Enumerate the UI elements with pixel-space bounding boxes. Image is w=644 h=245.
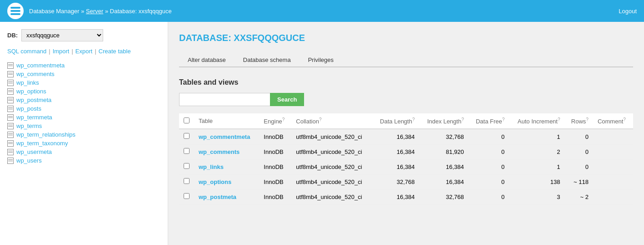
section-title: Tables and views (179, 78, 633, 87)
row-checkbox[interactable] (184, 178, 190, 184)
search-input[interactable] (179, 93, 270, 106)
sidebar-table-label: wp_terms (16, 122, 42, 129)
sep-2: | (71, 48, 73, 55)
table-icon (7, 114, 14, 121)
export-link[interactable]: Export (75, 48, 93, 55)
table-name-link[interactable]: wp_commentmeta (199, 133, 250, 140)
table-row: wp_options InnoDB utf8mb4_unicode_520_ci… (179, 174, 633, 189)
row-data-length: 16,384 (372, 144, 419, 159)
table-body: wp_commentmeta InnoDB utf8mb4_unicode_52… (179, 129, 633, 204)
sidebar-table-item[interactable]: wp_terms (7, 122, 160, 130)
row-checkbox-cell (179, 129, 194, 144)
row-comment (593, 174, 633, 189)
row-engine: InnoDB (259, 159, 291, 174)
db-select[interactable]: xxsfqqqguce (21, 29, 103, 41)
collation-sup: ? (319, 117, 322, 122)
table-icon (7, 158, 14, 164)
sidebar-table-label: wp_commentmeta (16, 62, 65, 69)
table-icon (7, 149, 14, 155)
create-table-link[interactable]: Create table (99, 48, 131, 55)
row-collation: utf8mb4_unicode_520_ci (291, 129, 372, 144)
sidebar-table-label: wp_usermeta (16, 148, 52, 155)
col-index-length: Index Length? (419, 113, 469, 129)
row-data-length: 16,384 (372, 189, 419, 204)
table-row: wp_links InnoDB utf8mb4_unicode_520_ci 1… (179, 159, 633, 174)
row-collation: utf8mb4_unicode_520_ci (291, 189, 372, 204)
header: Database Manager » Server » Database: xx… (0, 0, 644, 22)
row-collation: utf8mb4_unicode_520_ci (291, 144, 372, 159)
row-index-length: 32,768 (419, 129, 469, 144)
sidebar-table-item[interactable]: wp_comments (7, 70, 160, 78)
sep-1: | (49, 48, 50, 55)
sidebar-table-item[interactable]: wp_usermeta (7, 148, 160, 156)
tab-database-schema[interactable]: Database schema (235, 52, 300, 67)
row-collation: utf8mb4_unicode_520_ci (291, 174, 372, 189)
sidebar-table-item[interactable]: wp_termmeta (7, 113, 160, 122)
row-checkbox[interactable] (184, 193, 190, 199)
table-name-link[interactable]: wp_comments (199, 148, 240, 155)
tab-privileges[interactable]: Privileges (300, 52, 342, 67)
row-table-name[interactable]: wp_commentmeta (194, 129, 259, 144)
table-icon (7, 140, 14, 147)
row-comment (593, 159, 633, 174)
layout: DB: xxsfqqqguce SQL command | Import | E… (0, 22, 644, 245)
row-rows: ~ 2 (565, 189, 593, 204)
sidebar-table-label: wp_posts (16, 105, 41, 112)
col-comment: Comment? (593, 113, 633, 129)
select-all-checkbox[interactable] (184, 117, 190, 123)
col-rows: Rows? (565, 113, 593, 129)
row-auto-increment: 3 (509, 189, 564, 204)
table-row: wp_comments InnoDB utf8mb4_unicode_520_c… (179, 144, 633, 159)
sidebar-table-item[interactable]: wp_users (7, 156, 160, 165)
breadcrumb: Database Manager » Server » Database: xx… (29, 8, 172, 15)
sidebar-actions: SQL command | Import | Export | Create t… (7, 48, 160, 55)
row-index-length: 16,384 (419, 159, 469, 174)
table-name-link[interactable]: wp_postmeta (199, 194, 236, 200)
tab-alter-database[interactable]: Alter database (179, 52, 235, 67)
row-table-name[interactable]: wp_options (194, 174, 259, 189)
row-auto-increment: 2 (509, 144, 564, 159)
row-table-name[interactable]: wp_comments (194, 144, 259, 159)
row-checkbox[interactable] (184, 133, 190, 139)
sidebar-table-label: wp_termmeta (16, 114, 52, 121)
row-checkbox[interactable] (184, 163, 190, 169)
breadcrumb-suffix: » Database: xxsfqqqguce (105, 8, 172, 15)
row-rows: 0 (565, 144, 593, 159)
row-data-length: 32,768 (372, 174, 419, 189)
sidebar-table-item[interactable]: wp_posts (7, 104, 160, 113)
row-table-name[interactable]: wp_postmeta (194, 189, 259, 204)
row-checkbox-cell (179, 174, 194, 189)
sidebar-table-item[interactable]: wp_options (7, 87, 160, 96)
logout-button[interactable]: Logout (619, 8, 637, 15)
sidebar-table-label: wp_term_relationships (16, 131, 75, 138)
row-data-length: 16,384 (372, 129, 419, 144)
col-engine: Engine? (259, 113, 291, 129)
table-icon (7, 88, 14, 95)
row-table-name[interactable]: wp_links (194, 159, 259, 174)
row-collation: utf8mb4_unicode_520_ci (291, 159, 372, 174)
import-link[interactable]: Import (53, 48, 70, 55)
sidebar-table-item[interactable]: wp_commentmeta (7, 61, 160, 70)
search-button[interactable]: Search (270, 93, 304, 106)
sidebar-table-item[interactable]: wp_term_relationships (7, 130, 160, 139)
df-sup: ? (502, 117, 505, 122)
sidebar-table-item[interactable]: wp_postmeta (7, 96, 160, 104)
engine-sup: ? (282, 117, 285, 122)
sql-command-link[interactable]: SQL command (7, 48, 46, 55)
table-icon (7, 123, 14, 129)
sidebar-table-item[interactable]: wp_links (7, 78, 160, 87)
sidebar-table-item[interactable]: wp_term_taxonomy (7, 139, 160, 148)
sidebar-table-label: wp_postmeta (16, 97, 51, 103)
row-data-free: 0 (469, 189, 509, 204)
row-checkbox[interactable] (184, 148, 190, 154)
table-name-link[interactable]: wp_options (199, 179, 231, 185)
ai-sup: ? (558, 117, 560, 122)
sidebar-table-label: wp_term_taxonomy (16, 140, 68, 147)
server-link[interactable]: Server (86, 8, 103, 15)
table-name-link[interactable]: wp_links (199, 163, 224, 170)
row-engine: InnoDB (259, 129, 291, 144)
row-checkbox-cell (179, 159, 194, 174)
row-data-free: 0 (469, 159, 509, 174)
tabs: Alter database Database schema Privilege… (179, 52, 633, 67)
row-engine: InnoDB (259, 144, 291, 159)
